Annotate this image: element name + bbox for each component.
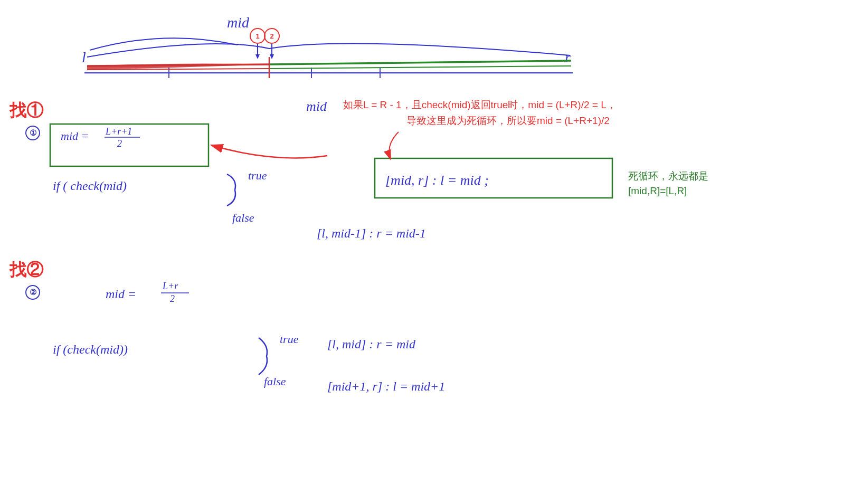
circle-2-indicator: ②: [25, 285, 40, 300]
svg-text:[l, mid] : r = mid: [l, mid] : r = mid: [327, 337, 416, 351]
find-2-label: 找②: [10, 259, 43, 282]
svg-text:[mid, r] : l = mid ;: [mid, r] : l = mid ;: [385, 173, 489, 188]
svg-text:false: false: [232, 211, 254, 224]
svg-line-10: [269, 61, 571, 64]
svg-line-11: [269, 66, 571, 69]
svg-text:L+r+1: L+r+1: [105, 126, 132, 137]
svg-text:L+r: L+r: [162, 281, 178, 291]
svg-text:2: 2: [117, 138, 122, 149]
svg-line-9: [87, 69, 270, 70]
svg-text:l: l: [82, 49, 86, 65]
svg-text:2: 2: [170, 293, 175, 304]
svg-text:true: true: [280, 332, 299, 346]
svg-text:mid =: mid =: [61, 129, 89, 142]
svg-text:false: false: [264, 375, 286, 388]
find-1-label: 找①: [10, 99, 43, 122]
svg-text:[mid,R]=[L,R]: [mid,R]=[L,R]: [628, 185, 687, 196]
svg-rect-28: [375, 158, 612, 198]
svg-text:如果L = R - 1，且check(mid)返回true时: 如果L = R - 1，且check(mid)返回true时，mid = (L+…: [343, 99, 617, 110]
svg-text:1: 1: [255, 32, 259, 40]
svg-point-15: [264, 28, 279, 43]
svg-marker-20: [270, 54, 274, 59]
svg-rect-22: [50, 124, 209, 166]
svg-text:true: true: [248, 169, 267, 182]
svg-text:[l, mid-1] :  r = mid-1: [l, mid-1] : r = mid-1: [317, 226, 426, 240]
svg-point-13: [250, 28, 265, 43]
svg-text:2: 2: [270, 32, 273, 40]
svg-text:导致这里成为死循环，所以要mid = (L+R+1)/2: 导致这里成为死循环，所以要mid = (L+R+1)/2: [406, 115, 610, 126]
svg-text:if (check(mid)): if (check(mid)): [53, 343, 128, 356]
circle-1-indicator: ①: [25, 126, 40, 140]
svg-text:mid: mid: [227, 14, 250, 31]
svg-text:死循环，永远都是: 死循环，永远都是: [628, 170, 708, 182]
svg-marker-18: [255, 54, 260, 59]
svg-line-8: [87, 64, 270, 66]
svg-text:mid =: mid =: [106, 287, 136, 301]
svg-text:[mid+1, r] : l = mid+1: [mid+1, r] : l = mid+1: [327, 379, 445, 393]
svg-text:mid: mid: [306, 99, 327, 114]
svg-text:if ( check(mid): if ( check(mid): [53, 179, 127, 193]
svg-text:r: r: [565, 49, 571, 65]
